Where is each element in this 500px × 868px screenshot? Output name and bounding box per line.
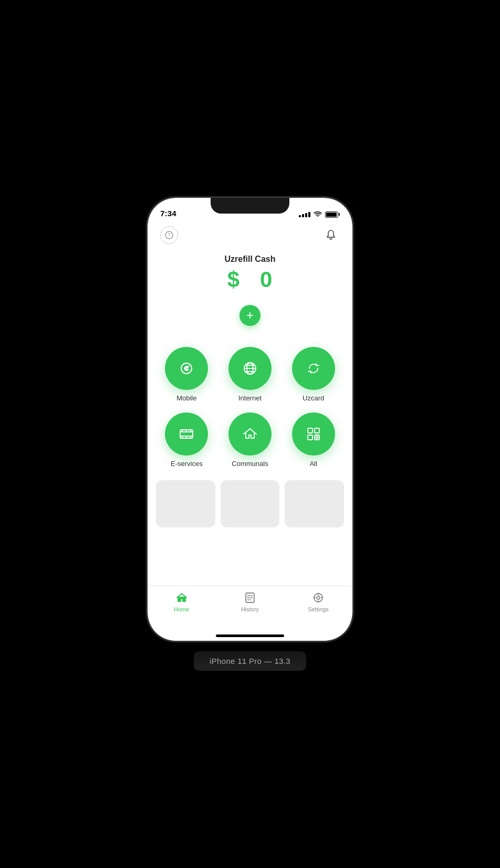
phone-screen: 7:34 (148, 198, 352, 641)
service-eservices[interactable]: E-services (160, 412, 213, 468)
status-time: 7:34 (160, 209, 176, 218)
service-communals[interactable]: Communals (224, 412, 277, 468)
phone-frame: 7:34 (148, 198, 352, 641)
card-placeholder-1 (156, 480, 215, 527)
top-bar: ? (148, 221, 352, 244)
nav-settings[interactable]: Settings (284, 590, 352, 612)
outer-wrapper: 7:34 (148, 198, 352, 671)
svg-rect-20 (308, 435, 312, 440)
bottom-nav: Home History (148, 586, 352, 629)
amount-value: 0 (260, 267, 273, 292)
refresh-icon (304, 359, 323, 378)
communals-label: Communals (232, 460, 268, 468)
home-icon (241, 425, 259, 443)
battery-icon (325, 211, 340, 218)
app-content: ? Uzrefill Cash $ (148, 221, 352, 586)
home-nav-icon (175, 591, 188, 604)
hero-section: Uzrefill Cash $ 0 (148, 244, 352, 298)
home-indicator (216, 634, 284, 637)
help-button[interactable]: ? (160, 226, 178, 244)
plus-icon: + (246, 309, 254, 322)
nav-home[interactable]: Home (148, 590, 216, 612)
internet-icon-circle (228, 347, 272, 390)
cards-row (148, 480, 352, 527)
history-nav-label: History (241, 606, 259, 612)
svg-point-29 (317, 596, 320, 599)
svg-rect-18 (308, 428, 312, 433)
home-indicator-area (148, 629, 352, 641)
add-button[interactable]: + (239, 305, 261, 326)
mobile-label: Mobile (176, 394, 196, 402)
service-uzcard[interactable]: Uzcard (287, 347, 340, 402)
hero-title: Uzrefill Cash (160, 255, 340, 264)
uzcard-icon-circle (292, 347, 335, 390)
communals-icon-circle (228, 412, 272, 456)
card-placeholder-3 (285, 480, 344, 527)
nav-history[interactable]: History (216, 590, 284, 612)
internet-label: Internet (238, 394, 262, 402)
eservices-icon-circle (165, 412, 208, 456)
device-label: iPhone 11 Pro — 13.3 (194, 651, 306, 671)
svg-text:C: C (185, 366, 189, 372)
history-nav-icon (244, 591, 256, 604)
notch (211, 198, 289, 214)
notification-button[interactable] (322, 226, 340, 244)
wifi-icon (314, 211, 322, 218)
svg-rect-19 (315, 428, 319, 433)
grid-plus-icon (304, 425, 323, 443)
settings-nav-label: Settings (308, 606, 329, 612)
service-all[interactable]: All (287, 412, 340, 468)
card-placeholder-2 (221, 480, 280, 527)
bell-icon (325, 229, 337, 241)
service-mobile[interactable]: C Mobile (160, 347, 213, 402)
mobile-icon: C (177, 359, 196, 378)
globe-icon (241, 359, 259, 378)
eservices-label: E-services (171, 460, 203, 468)
service-internet[interactable]: Internet (224, 347, 277, 402)
currency-symbol: $ (227, 267, 240, 292)
help-icon: ? (165, 231, 173, 239)
all-icon-circle (292, 412, 335, 456)
mobile-icon-circle: C (165, 347, 208, 390)
services-grid: C Mobile (148, 347, 352, 468)
all-label: All (309, 460, 317, 468)
settings-nav-icon (312, 591, 325, 604)
signal-icon (299, 212, 310, 217)
svg-text:?: ? (168, 232, 171, 238)
status-icons (299, 211, 340, 218)
film-icon (177, 425, 196, 443)
hero-amount: $ 0 (160, 267, 340, 292)
home-nav-label: Home (174, 606, 189, 612)
uzcard-label: Uzcard (303, 394, 324, 402)
